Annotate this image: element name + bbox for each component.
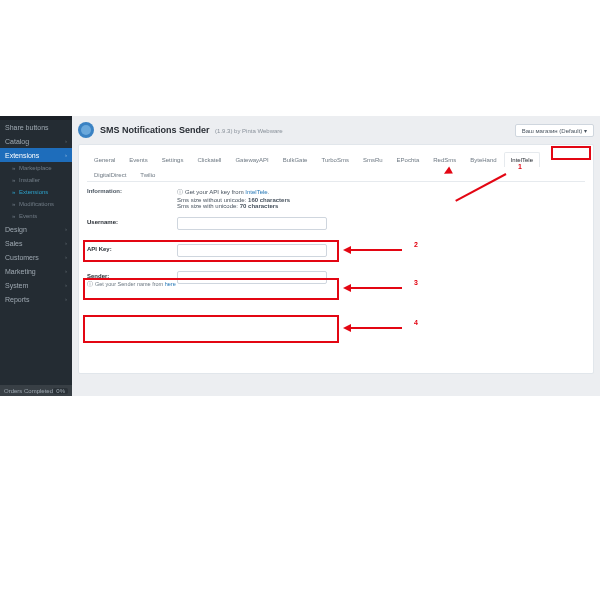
sidebar-sub-marketplace[interactable]: »Marketplace <box>0 162 72 174</box>
sidebar-item-label: Extensions <box>5 152 39 159</box>
apikey-input[interactable] <box>177 244 327 257</box>
tab-digitaldirect[interactable]: DigitalDirect <box>87 167 133 182</box>
sidebar-item-label: Catalog <box>5 138 29 145</box>
sidebar-item-label: System <box>5 282 28 289</box>
sender-row: Sender: ⓘGet your Sender name from here <box>87 271 585 288</box>
sidebar-item-label: Share buttons <box>5 124 49 131</box>
info-icon: ⓘ <box>87 281 93 287</box>
chevron-right-icon: › <box>65 226 67 232</box>
gateway-tabs: General Events Settings Clickatell Gatew… <box>87 151 585 182</box>
sidebar-sub-modifications[interactable]: »Modifications <box>0 198 72 210</box>
page-title: SMS Notifications Sender (1.9.3) by Pint… <box>100 125 283 135</box>
sidebar-item-design[interactable]: Design› <box>0 222 72 236</box>
sidebar-item-label: Marketing <box>5 268 36 275</box>
annotation-arrow-4: 4 <box>345 323 410 333</box>
tab-redsms[interactable]: RedSms <box>426 152 463 167</box>
sidebar-item-label: Design <box>5 226 27 233</box>
tab-general[interactable]: General <box>87 152 122 167</box>
apikey-row: API Key: <box>87 244 585 257</box>
sidebar-footer: Orders Completed 0% <box>0 385 72 396</box>
sidebar-item-catalog[interactable]: Catalog› <box>0 134 72 148</box>
sender-here-link[interactable]: here <box>165 281 176 287</box>
sidebar-item-label: Reports <box>5 296 30 303</box>
username-row: Username: <box>87 217 585 230</box>
chevron-right-icon: › <box>65 240 67 246</box>
inteltele-link[interactable]: IntelTele <box>245 189 267 195</box>
page-header: SMS Notifications Sender (1.9.3) by Pint… <box>78 122 594 138</box>
tab-settings[interactable]: Settings <box>155 152 191 167</box>
sidebar-item-customers[interactable]: Customers› <box>0 250 72 264</box>
tab-smsru[interactable]: SmsRu <box>356 152 390 167</box>
chevron-right-icon: › <box>65 296 67 302</box>
chevron-right-icon: › <box>65 138 67 144</box>
sidebar-item-reports[interactable]: Reports› <box>0 292 72 306</box>
main-content: SMS Notifications Sender (1.9.3) by Pint… <box>72 116 600 396</box>
annotation-box-sender <box>83 315 339 343</box>
module-logo-icon <box>78 122 94 138</box>
chevron-right-icon: › <box>65 282 67 288</box>
sidebar-item-share[interactable]: Share buttons <box>0 120 72 134</box>
tab-bytehand[interactable]: ByteHand <box>463 152 503 167</box>
sidebar-item-marketing[interactable]: Marketing› <box>0 264 72 278</box>
sidebar-sub-installer[interactable]: »Installer <box>0 174 72 186</box>
info-icon: ⓘ <box>177 189 183 195</box>
sidebar-item-sales[interactable]: Sales› <box>0 236 72 250</box>
chevron-right-icon: › <box>65 254 67 260</box>
chevron-right-icon: › <box>65 268 67 274</box>
tab-clickatell[interactable]: Clickatell <box>190 152 228 167</box>
sidebar-item-extensions[interactable]: Extensions› <box>0 148 72 162</box>
tab-gatewayapi[interactable]: GatewayAPI <box>228 152 275 167</box>
username-input[interactable] <box>177 217 327 230</box>
chevron-right-icon: › <box>65 152 67 158</box>
sidebar: Share buttons Catalog› Extensions› »Mark… <box>0 116 72 396</box>
tab-twilio[interactable]: Twilio <box>133 167 162 182</box>
tab-bulkgate[interactable]: BulkGate <box>276 152 315 167</box>
settings-panel: General Events Settings Clickatell Gatew… <box>78 144 594 374</box>
sidebar-sub-events[interactable]: »Events <box>0 210 72 222</box>
tab-inteltele[interactable]: IntelTele <box>504 152 540 167</box>
tab-events[interactable]: Events <box>122 152 154 167</box>
sender-input[interactable] <box>177 271 327 284</box>
store-selector[interactable]: Ваш магазин (Default) ▾ <box>515 124 594 137</box>
sidebar-sub-extensions[interactable]: »Extensions <box>0 186 72 198</box>
information-block: Information: ⓘGet your API key from Inte… <box>87 188 585 209</box>
orders-completed-count: 0% <box>53 388 68 394</box>
sidebar-item-label: Customers <box>5 254 39 261</box>
sidebar-item-label: Sales <box>5 240 23 247</box>
tab-epochta[interactable]: EPochta <box>390 152 427 167</box>
tab-turbosms[interactable]: TurboSms <box>314 152 355 167</box>
sidebar-item-system[interactable]: System› <box>0 278 72 292</box>
